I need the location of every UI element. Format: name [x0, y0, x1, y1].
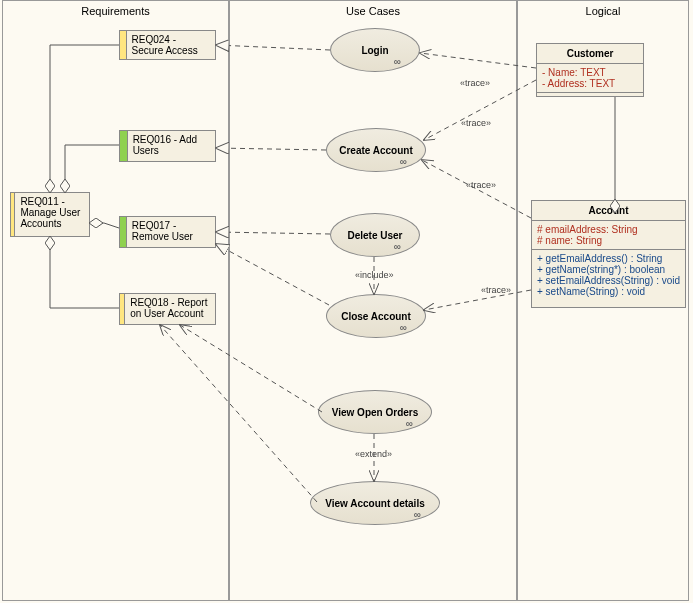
usecase-label: Close Account — [341, 311, 411, 322]
req-tab-icon — [120, 217, 127, 247]
include-label: «include» — [354, 270, 395, 280]
usecase-label: Create Account — [339, 145, 413, 156]
infinity-icon: ∞ — [394, 56, 401, 67]
usecase-label: Delete User — [347, 230, 402, 241]
infinity-icon: ∞ — [400, 156, 407, 167]
class-title: Account — [532, 201, 685, 221]
req-label: REQ018 - Report on User Account — [125, 294, 215, 324]
op: + setName(String) : void — [537, 286, 680, 297]
class-customer[interactable]: Customer - Name: TEXT - Address: TEXT — [536, 43, 644, 97]
req-req024[interactable]: REQ024 - Secure Access — [119, 30, 216, 60]
attr: - Address: TEXT — [542, 78, 638, 89]
usecase-view-open[interactable]: View Open Orders ∞ — [318, 390, 432, 434]
req-req016[interactable]: REQ016 - Add Users — [119, 130, 216, 162]
lane-title: Use Cases — [230, 1, 516, 21]
class-attrs: # emailAddress: String # name: String — [532, 221, 685, 250]
diagram-canvas: Requirements Use Cases Logical REQ011 - … — [0, 0, 693, 603]
req-req011[interactable]: REQ011 - Manage User Accounts — [10, 192, 90, 237]
usecase-label: View Account details — [325, 498, 424, 509]
req-label: REQ017 - Remove User — [127, 217, 215, 247]
usecase-label: View Open Orders — [332, 407, 419, 418]
extend-label: «extend» — [354, 449, 393, 459]
lane-title: Requirements — [3, 1, 228, 21]
trace-label: «trace» — [460, 118, 492, 128]
req-label: REQ011 - Manage User Accounts — [15, 193, 89, 236]
req-label: REQ016 - Add Users — [128, 131, 215, 161]
class-ops: + getEmailAddress() : String + getName(s… — [532, 250, 685, 300]
req-req017[interactable]: REQ017 - Remove User — [119, 216, 216, 248]
req-tab-icon — [120, 131, 128, 161]
infinity-icon: ∞ — [400, 322, 407, 333]
op: + getName(string*) : boolean — [537, 264, 680, 275]
usecase-delete[interactable]: Delete User ∞ — [330, 213, 420, 257]
op: + getEmailAddress() : String — [537, 253, 680, 264]
class-account[interactable]: Account # emailAddress: String # name: S… — [531, 200, 686, 308]
infinity-icon: ∞ — [406, 418, 413, 429]
infinity-icon: ∞ — [394, 241, 401, 252]
infinity-icon: ∞ — [414, 509, 421, 520]
lane-title: Logical — [518, 1, 688, 21]
req-req018[interactable]: REQ018 - Report on User Account — [119, 293, 216, 325]
trace-label: «trace» — [459, 78, 491, 88]
usecase-create[interactable]: Create Account ∞ — [326, 128, 426, 172]
usecase-label: Login — [361, 45, 388, 56]
trace-label: «trace» — [480, 285, 512, 295]
class-title: Customer — [537, 44, 643, 64]
attr: - Name: TEXT — [542, 67, 638, 78]
req-label: REQ024 - Secure Access — [127, 31, 215, 59]
usecase-view-details[interactable]: View Account details ∞ — [310, 481, 440, 525]
attr: # emailAddress: String — [537, 224, 680, 235]
attr: # name: String — [537, 235, 680, 246]
usecase-close[interactable]: Close Account ∞ — [326, 294, 426, 338]
class-attrs: - Name: TEXT - Address: TEXT — [537, 64, 643, 93]
usecase-login[interactable]: Login ∞ — [330, 28, 420, 72]
trace-label: «trace» — [465, 180, 497, 190]
op: + setEmailAddress(String) : void — [537, 275, 680, 286]
